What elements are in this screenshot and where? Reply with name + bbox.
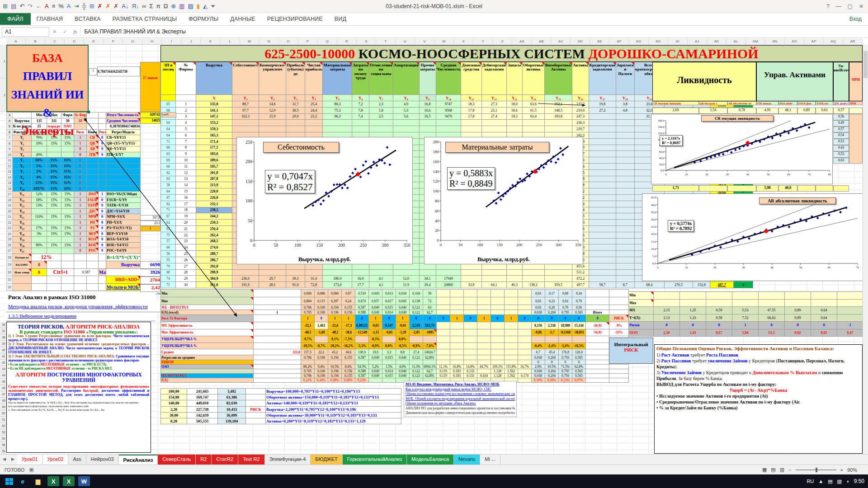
column-header[interactable]: I	[162, 38, 181, 44]
cell[interactable]: 126,0	[572, 349, 586, 355]
cell[interactable]	[47, 220, 61, 225]
cell[interactable]	[87, 174, 99, 180]
cell[interactable]	[47, 146, 61, 152]
cell[interactable]	[464, 343, 477, 349]
ar-liquidity-chart[interactable]: 0102030405060700,05,010,015,020,025,030,…	[642, 193, 863, 281]
cell[interactable]: 497,7	[710, 282, 734, 288]
cell[interactable]: 13	[176, 176, 196, 182]
cell[interactable]: Оборотные активы	[522, 62, 544, 95]
cell[interactable]: 40,0	[778, 185, 797, 192]
cell[interactable]: 6690	[140, 261, 160, 269]
cell[interactable]	[589, 238, 616, 244]
cell[interactable]: 7	[176, 138, 196, 145]
cell[interactable]: 1,128	[491, 374, 505, 378]
cell[interactable]	[436, 269, 461, 276]
cell[interactable]: 6	[176, 132, 196, 138]
cell[interactable]	[616, 269, 634, 276]
cell[interactable]	[586, 378, 609, 383]
cell[interactable]	[477, 343, 491, 349]
column-header[interactable]: AO	[785, 38, 804, 44]
cell[interactable]: 472,2	[572, 276, 589, 282]
column-header[interactable]: AJ	[688, 38, 707, 44]
cell[interactable]: 18,6	[506, 107, 522, 113]
cell[interactable]: 0,104	[410, 290, 423, 297]
cell[interactable]	[616, 182, 634, 188]
cell[interactable]: 1	[254, 310, 301, 315]
cell[interactable]: 0,79	[559, 305, 572, 310]
view-normal-icon[interactable]: ▦	[762, 467, 767, 473]
ribbon-tab-главная[interactable]: ГЛАВНАЯ	[31, 13, 69, 25]
cell[interactable]	[74, 253, 87, 261]
cell[interactable]	[589, 251, 616, 257]
cell[interactable]: 15%	[61, 174, 74, 180]
row-header[interactable]: 54	[0, 436, 6, 442]
cell[interactable]: 19,5%	[545, 365, 559, 369]
cell[interactable]: 1	[140, 226, 160, 231]
cell[interactable]: 39,3	[286, 276, 305, 282]
chart-title[interactable]: Материальные затраты	[445, 142, 549, 153]
cell[interactable]: Y₅	[323, 95, 352, 101]
cell[interactable]: 15,9	[259, 113, 286, 120]
cell[interactable]: 1,23	[680, 314, 706, 322]
cell[interactable]: 0,63	[816, 108, 833, 114]
cell[interactable]	[450, 310, 464, 315]
row-header[interactable]: 55	[0, 442, 6, 448]
cell[interactable]: 62	[161, 169, 176, 176]
cell[interactable]: 14,6	[259, 101, 286, 108]
cell[interactable]	[464, 310, 477, 315]
cell[interactable]	[522, 120, 544, 126]
cell[interactable]	[616, 113, 634, 120]
cell[interactable]: 58	[161, 182, 176, 188]
cell[interactable]	[616, 232, 634, 238]
cell[interactable]: 57	[161, 238, 176, 244]
cell[interactable]: 0,793	[559, 355, 572, 360]
cell[interactable]: 2,336	[545, 322, 559, 329]
ribbon-tab-данные[interactable]: ДАННЫЕ	[224, 13, 261, 25]
cell[interactable]	[654, 299, 680, 307]
cell[interactable]	[254, 378, 301, 383]
cell[interactable]	[589, 145, 616, 151]
cell[interactable]: 497,7	[572, 282, 589, 288]
cell[interactable]	[481, 269, 506, 276]
cell[interactable]: 0	[759, 322, 785, 329]
cell[interactable]: Наим	[87, 129, 99, 135]
cell[interactable]	[393, 120, 419, 126]
cell[interactable]: 1	[176, 101, 196, 108]
back-icon[interactable]: ←	[36, 1, 42, 11]
cell[interactable]: -7,6%	[423, 343, 437, 349]
cell[interactable]	[464, 349, 477, 355]
cell[interactable]: 0,03	[532, 297, 545, 305]
cell[interactable]: 0,194	[328, 305, 342, 310]
cell[interactable]: 0	[491, 315, 505, 322]
cell[interactable]: Прочие затраты	[419, 62, 436, 95]
cell[interactable]: 29,0	[286, 113, 305, 120]
cell[interactable]: 0,0%	[382, 343, 396, 349]
cell[interactable]: 1	[74, 242, 87, 248]
cell[interactable]: 0,119	[437, 374, 450, 378]
column-header[interactable]: AR	[843, 38, 863, 44]
cell[interactable]: 1	[505, 315, 518, 322]
cell[interactable]	[369, 120, 393, 126]
cell[interactable]: Активы=140,000+0,119*Y11+0,183*Y12+0,133…	[266, 400, 401, 406]
cell[interactable]: 0,89	[785, 307, 811, 314]
cell[interactable]: 16,0	[352, 276, 369, 282]
cell[interactable]: Y₁₅	[544, 95, 572, 101]
cell[interactable]: 229,7	[572, 126, 589, 132]
cell[interactable]	[616, 163, 634, 169]
cell[interactable]: 75,3	[323, 107, 352, 113]
cell[interactable]: 0,64	[811, 314, 837, 322]
sheet-tab-Test R2[interactable]: Test R2	[238, 455, 264, 465]
borders-icon[interactable]: ╬	[82, 1, 86, 11]
cell[interactable]: 17,8	[461, 107, 481, 113]
cell[interactable]: МХ - ИНТЕГРАЛ	[161, 305, 254, 310]
cell[interactable]	[99, 163, 106, 169]
cell[interactable]: ОАО	[161, 365, 254, 369]
cell[interactable]: 0	[74, 146, 87, 152]
row-header[interactable]: 48	[0, 398, 6, 404]
column-header[interactable]: Y	[473, 38, 493, 44]
cell[interactable]: 3,3	[382, 349, 396, 355]
cell[interactable]: 2,42	[140, 284, 160, 292]
delete-cells-icon[interactable]: ✗	[98, 1, 103, 11]
cell[interactable]	[254, 374, 301, 378]
cell[interactable]: 56	[161, 251, 176, 257]
